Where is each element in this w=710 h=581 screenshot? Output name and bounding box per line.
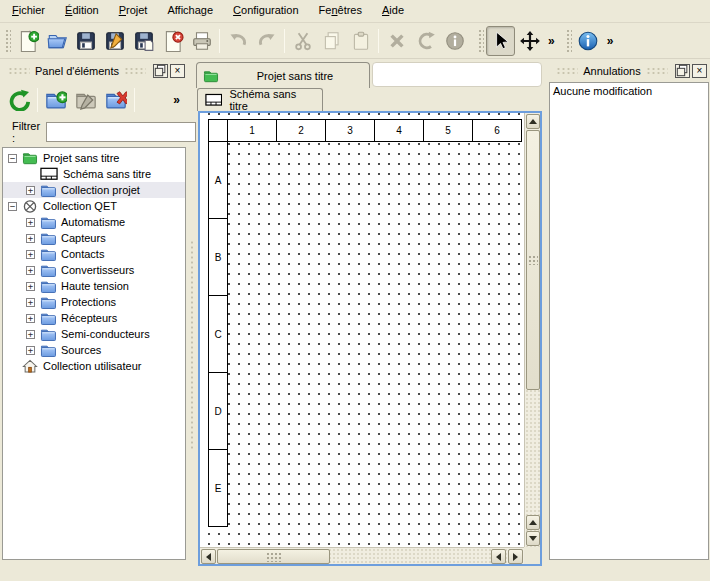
toolbar-overflow-button[interactable]: » xyxy=(544,34,559,48)
expand-icon[interactable]: + xyxy=(26,250,35,259)
toolbar-overflow-button[interactable]: » xyxy=(603,34,618,48)
tree-item-recepteurs[interactable]: +Récepteurs xyxy=(3,310,185,326)
dock-float-button[interactable] xyxy=(153,64,168,78)
redo-button[interactable] xyxy=(252,26,281,56)
tree-item-capteurs[interactable]: +Capteurs xyxy=(3,230,185,246)
dock-float-button[interactable] xyxy=(675,64,690,78)
filter-input[interactable] xyxy=(46,122,196,142)
reload-collections-button[interactable] xyxy=(4,84,34,116)
scroll-left-button-2[interactable] xyxy=(491,549,506,564)
move-tool-button[interactable] xyxy=(515,26,544,56)
expand-icon[interactable]: + xyxy=(26,186,35,195)
tree-item-collection-projet[interactable]: +Collection projet xyxy=(3,182,185,198)
scroll-right-button[interactable] xyxy=(508,549,523,564)
menu-fichier[interactable]: Fichier xyxy=(2,0,55,22)
qet-collection-icon xyxy=(22,199,38,213)
new-file-button[interactable] xyxy=(13,26,42,56)
new-file-icon xyxy=(17,30,39,52)
save-all-button[interactable] xyxy=(129,26,158,56)
paste-button[interactable] xyxy=(346,26,375,56)
delete-category-icon xyxy=(105,89,127,111)
arrow-down-icon xyxy=(529,536,537,541)
horizontal-scrollbar[interactable] xyxy=(200,547,524,564)
tree-item-sources[interactable]: +Sources xyxy=(3,342,185,358)
toolbar-drag-handle[interactable] xyxy=(477,28,484,54)
collapse-icon[interactable]: − xyxy=(8,154,17,163)
toolbar-drag-handle[interactable] xyxy=(4,28,11,54)
delete-button[interactable] xyxy=(382,26,411,56)
menu-fenetres[interactable]: Fenêtres xyxy=(309,0,372,22)
expand-icon[interactable]: + xyxy=(26,298,35,307)
rotate-icon xyxy=(415,30,437,52)
toolbar-drag-handle[interactable] xyxy=(565,28,572,54)
copy-button[interactable] xyxy=(317,26,346,56)
tree-item-project[interactable]: −Projet sans titre xyxy=(3,150,185,166)
undo-button[interactable] xyxy=(223,26,252,56)
tree-item-collection-utilisateur[interactable]: Collection utilisateur xyxy=(3,358,185,374)
copy-icon xyxy=(321,30,343,52)
save-button[interactable] xyxy=(71,26,100,56)
vertical-scrollbar-thumb[interactable] xyxy=(526,130,540,390)
dock-grip xyxy=(646,67,668,74)
scroll-up-button-2[interactable] xyxy=(526,515,540,530)
folder-icon xyxy=(40,263,56,277)
dock-close-button[interactable]: × xyxy=(170,64,185,78)
scroll-up-button[interactable] xyxy=(526,114,540,129)
collapse-icon[interactable]: − xyxy=(8,202,17,211)
undo-history-list[interactable]: Aucune modification xyxy=(549,82,709,560)
open-file-button[interactable] xyxy=(42,26,71,56)
scroll-down-button[interactable] xyxy=(526,531,540,546)
save-as-button[interactable] xyxy=(100,26,129,56)
expand-icon[interactable]: + xyxy=(26,282,35,291)
close-file-button[interactable] xyxy=(158,26,187,56)
elements-panel-title: Panel d'éléments xyxy=(35,65,119,77)
about-button[interactable] xyxy=(574,26,603,56)
undo-panel-titlebar[interactable]: Annulations × xyxy=(548,60,710,81)
expand-icon[interactable]: + xyxy=(26,218,35,227)
expand-icon[interactable]: + xyxy=(26,314,35,323)
folder-icon xyxy=(40,295,56,309)
open-file-icon xyxy=(46,30,68,52)
tree-item-schema[interactable]: Schéma sans titre xyxy=(3,166,185,182)
tree-item-haute-tension[interactable]: +Haute tension xyxy=(3,278,185,294)
dock-grip xyxy=(124,67,146,74)
element-info-button[interactable] xyxy=(440,26,469,56)
menu-aide[interactable]: Aide xyxy=(372,0,414,22)
delete-category-button[interactable] xyxy=(101,84,131,116)
panel-splitter[interactable] xyxy=(189,60,196,560)
expand-icon[interactable]: + xyxy=(26,330,35,339)
panel-overflow-button[interactable]: » xyxy=(169,93,184,107)
elements-panel-titlebar[interactable]: Panel d'éléments × xyxy=(0,60,188,81)
dock-grip xyxy=(8,67,30,74)
schema-canvas[interactable]: 1 2 3 4 5 6 A B C D E xyxy=(200,113,524,547)
cut-button[interactable] xyxy=(288,26,317,56)
horizontal-scrollbar-thumb[interactable] xyxy=(217,549,330,564)
project-tab[interactable]: Projet sans titre xyxy=(196,62,370,88)
scroll-left-button[interactable] xyxy=(201,549,216,564)
menu-configuration[interactable]: Configuration xyxy=(223,0,308,22)
undo-list-item[interactable]: Aucune modification xyxy=(551,84,707,100)
schema-viewport[interactable]: 1 2 3 4 5 6 A B C D E xyxy=(198,111,542,566)
menu-projet[interactable]: Projet xyxy=(109,0,158,22)
dock-close-button[interactable]: × xyxy=(692,64,707,78)
expand-icon[interactable]: + xyxy=(26,234,35,243)
tree-item-protections[interactable]: +Protections xyxy=(3,294,185,310)
vertical-scrollbar[interactable] xyxy=(524,113,540,547)
new-category-button[interactable] xyxy=(41,84,71,116)
tree-item-contacts[interactable]: +Contacts xyxy=(3,246,185,262)
menu-edition[interactable]: Édition xyxy=(55,0,109,22)
select-tool-button[interactable] xyxy=(486,26,515,56)
edit-category-button[interactable] xyxy=(71,84,101,116)
tree-item-automatisme[interactable]: +Automatisme xyxy=(3,214,185,230)
folder-icon xyxy=(40,327,56,341)
tree-item-collection-qet[interactable]: −Collection QET xyxy=(3,198,185,214)
schema-tab[interactable]: Schéma sans titre xyxy=(197,88,323,111)
tree-item-convertisseurs[interactable]: +Convertisseurs xyxy=(3,262,185,278)
expand-icon[interactable]: + xyxy=(26,346,35,355)
print-button[interactable] xyxy=(187,26,216,56)
tree-item-semi-conducteurs[interactable]: +Semi-conducteurs xyxy=(3,326,185,342)
rotate-button[interactable] xyxy=(411,26,440,56)
folder-icon xyxy=(40,215,56,229)
menu-affichage[interactable]: Affichage xyxy=(157,0,223,22)
expand-icon[interactable]: + xyxy=(26,266,35,275)
